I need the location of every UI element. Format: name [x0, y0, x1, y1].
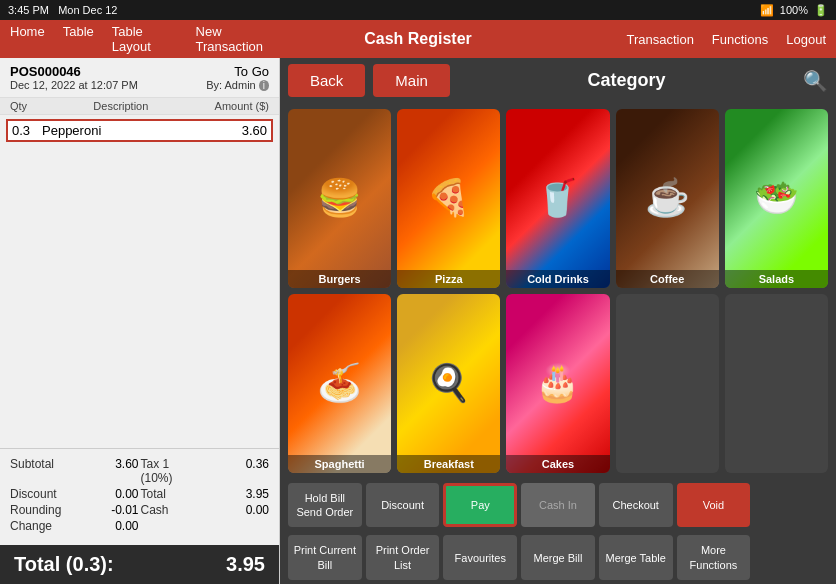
- checkout-button[interactable]: Checkout: [599, 483, 673, 528]
- back-button[interactable]: Back: [288, 64, 365, 97]
- nav-table[interactable]: Table: [63, 24, 94, 54]
- void-button[interactable]: Void: [677, 483, 751, 528]
- merge-bill-button[interactable]: Merge Bill: [521, 535, 595, 580]
- right-top-bar: Back Main Category 🔍: [280, 58, 836, 103]
- bill-header: POS000046 To Go Dec 12, 2022 at 12:07 PM…: [0, 58, 279, 98]
- nav-new-transaction[interactable]: New Transaction: [196, 24, 282, 54]
- print-order-list-button[interactable]: Print Order List: [366, 535, 440, 580]
- wifi-icon: 📶: [760, 4, 774, 17]
- bill-by: By: Admin i: [206, 79, 269, 91]
- total-label: Total (0.3):: [14, 553, 114, 576]
- action-row-1: Hold Bill Send Order Discount Pay Cash I…: [280, 479, 836, 532]
- category-burgers[interactable]: 🍔 Burgers: [288, 109, 391, 288]
- main-button[interactable]: Main: [373, 64, 450, 97]
- category-spaghetti[interactable]: 🍝 Spaghetti: [288, 294, 391, 473]
- left-panel: POS000046 To Go Dec 12, 2022 at 12:07 PM…: [0, 58, 280, 584]
- bill-date: Dec 12, 2022 at 12:07 PM: [10, 79, 138, 91]
- pos-number: POS000046: [10, 64, 81, 79]
- nav-left: Home Table Table Layout New Transaction: [10, 24, 282, 54]
- category-title: Category: [458, 70, 795, 91]
- main-layout: POS000046 To Go Dec 12, 2022 at 12:07 PM…: [0, 58, 836, 584]
- discount-button[interactable]: Discount: [366, 483, 440, 528]
- category-empty-2: [725, 294, 828, 473]
- nav-functions[interactable]: Functions: [712, 32, 768, 47]
- item-desc: Pepperoni: [42, 123, 242, 138]
- category-cakes[interactable]: 🎂 Cakes: [506, 294, 609, 473]
- nav-table-layout[interactable]: Table Layout: [112, 24, 178, 54]
- bill-items: 0.3 Pepperoni 3.60: [0, 115, 279, 448]
- total-bar: Total (0.3): 3.95: [0, 545, 279, 584]
- status-time: 3:45 PM Mon Dec 12: [8, 4, 117, 16]
- category-breakfast-label: Breakfast: [397, 455, 500, 473]
- category-coffee[interactable]: ☕ Coffee: [616, 109, 719, 288]
- right-panel: Back Main Category 🔍 🍔 Burgers 🍕 Pizza 🥤…: [280, 58, 836, 584]
- nav-title: Cash Register: [282, 30, 554, 48]
- bill-column-headers: Qty Description Amount ($): [0, 98, 279, 115]
- hold-bill-send-order-button[interactable]: Hold Bill Send Order: [288, 483, 362, 528]
- category-breakfast[interactable]: 🍳 Breakfast: [397, 294, 500, 473]
- favourites-button[interactable]: Favourites: [443, 535, 517, 580]
- category-empty-1: [616, 294, 719, 473]
- item-qty: 0.3: [12, 123, 42, 138]
- category-pizza[interactable]: 🍕 Pizza: [397, 109, 500, 288]
- category-spaghetti-label: Spaghetti: [288, 455, 391, 473]
- battery-icon: 🔋: [814, 4, 828, 17]
- category-cakes-label: Cakes: [506, 455, 609, 473]
- status-right: 📶 100% 🔋: [760, 4, 828, 17]
- category-grid: 🍔 Burgers 🍕 Pizza 🥤 Cold Drinks ☕ Coffee…: [280, 103, 836, 479]
- more-functions-button[interactable]: More Functions: [677, 535, 751, 580]
- nav-transaction[interactable]: Transaction: [626, 32, 693, 47]
- total-value: 3.95: [226, 553, 265, 576]
- category-cold-drinks[interactable]: 🥤 Cold Drinks: [506, 109, 609, 288]
- category-coffee-label: Coffee: [616, 270, 719, 288]
- nav-home[interactable]: Home: [10, 24, 45, 54]
- nav-logout[interactable]: Logout: [786, 32, 826, 47]
- status-bar: 3:45 PM Mon Dec 12 📶 100% 🔋: [0, 0, 836, 20]
- item-amount: 3.60: [242, 123, 267, 138]
- nav-right: Transaction Functions Logout: [554, 32, 826, 47]
- category-burgers-label: Burgers: [288, 270, 391, 288]
- category-pizza-label: Pizza: [397, 270, 500, 288]
- cash-in-button[interactable]: Cash In: [521, 483, 595, 528]
- battery-indicator: 100%: [780, 4, 808, 16]
- action-row-2: Print Current Bill Print Order List Favo…: [280, 531, 836, 584]
- category-salads-label: Salads: [725, 270, 828, 288]
- nav-bar: Home Table Table Layout New Transaction …: [0, 20, 836, 58]
- category-cold-drinks-label: Cold Drinks: [506, 270, 609, 288]
- bill-totals: Subtotal 3.60 Tax 1 (10%) 0.36 Discount …: [0, 448, 279, 545]
- category-salads[interactable]: 🥗 Salads: [725, 109, 828, 288]
- merge-table-button[interactable]: Merge Table: [599, 535, 673, 580]
- pay-button[interactable]: Pay: [443, 483, 517, 528]
- bill-type: To Go: [234, 64, 269, 79]
- category-search-icon[interactable]: 🔍: [803, 69, 828, 93]
- print-current-bill-button[interactable]: Print Current Bill: [288, 535, 362, 580]
- bill-item[interactable]: 0.3 Pepperoni 3.60: [6, 119, 273, 142]
